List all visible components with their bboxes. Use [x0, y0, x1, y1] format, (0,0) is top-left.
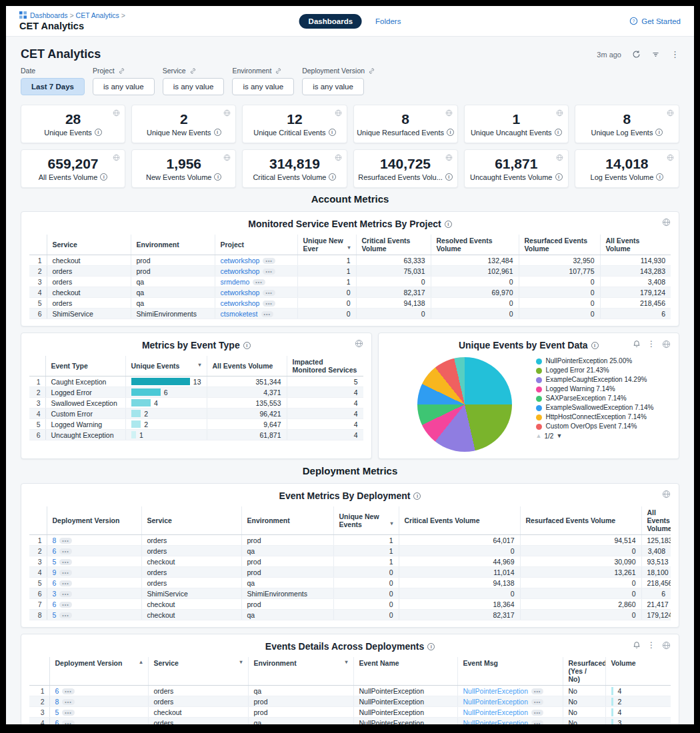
- cell-link[interactable]: 3: [53, 590, 57, 598]
- ellipsis-pill[interactable]: •••: [531, 710, 543, 716]
- ellipsis-pill[interactable]: •••: [59, 538, 71, 544]
- column-header[interactable]: Resurfaced Events Volume: [520, 506, 641, 535]
- cell-link[interactable]: 6: [55, 719, 59, 725]
- column-header[interactable]: All Events Volume: [641, 506, 671, 535]
- column-header[interactable]: Unique Events▾: [125, 356, 207, 376]
- info-icon[interactable]: i: [555, 129, 562, 136]
- breadcrumb-link[interactable]: CET Analytics: [76, 11, 119, 19]
- cell-link[interactable]: cetworkshop: [221, 267, 260, 275]
- column-header[interactable]: Environment: [241, 506, 333, 535]
- ellipsis-pill[interactable]: •••: [263, 290, 275, 296]
- ellipsis-pill[interactable]: •••: [59, 559, 71, 565]
- ellipsis-pill[interactable]: •••: [62, 720, 74, 725]
- column-header[interactable]: Event Msg: [457, 657, 563, 686]
- legend-item[interactable]: SAXParseException 7.14%: [536, 394, 663, 403]
- column-header[interactable]: Unique New Ever▾: [297, 235, 356, 255]
- sort-icon[interactable]: ▾: [345, 659, 347, 665]
- info-icon[interactable]: i: [427, 643, 435, 650]
- ellipsis-pill[interactable]: •••: [62, 688, 74, 694]
- sort-icon[interactable]: ▾: [198, 362, 201, 368]
- globe-icon[interactable]: [556, 109, 563, 117]
- globe-icon[interactable]: [445, 154, 453, 161]
- tab-dashboards[interactable]: Dashboards: [299, 14, 362, 29]
- column-header[interactable]: Service: [47, 235, 131, 255]
- column-header[interactable]: Critical Events Volume: [399, 506, 520, 535]
- ellipsis-pill[interactable]: •••: [253, 279, 265, 285]
- column-header[interactable]: Volume: [605, 657, 671, 686]
- legend-item[interactable]: Logged Error 21.43%: [536, 366, 663, 375]
- cell-link[interactable]: NullPointerException: [463, 708, 528, 716]
- filter-value-chip[interactable]: is any value: [232, 78, 294, 95]
- ellipsis-pill[interactable]: •••: [59, 591, 71, 597]
- filter-value-chip[interactable]: Last 7 Days: [21, 78, 85, 95]
- cell-link[interactable]: NullPointerException: [463, 687, 528, 695]
- globe-icon[interactable]: [556, 154, 563, 161]
- ellipsis-pill[interactable]: •••: [263, 258, 275, 264]
- column-header[interactable]: Resolved Events Volume: [431, 235, 519, 255]
- filter-value-chip[interactable]: is any value: [302, 78, 364, 95]
- info-icon[interactable]: i: [445, 221, 452, 228]
- column-header[interactable]: Critical Events Volume: [356, 235, 431, 255]
- cell-link[interactable]: 5: [53, 611, 57, 619]
- globe-icon[interactable]: [223, 109, 231, 117]
- info-icon[interactable]: i: [214, 173, 221, 181]
- bell-icon[interactable]: [633, 641, 641, 649]
- column-header[interactable]: Environment: [131, 235, 215, 255]
- cell-link[interactable]: 6: [53, 600, 57, 608]
- info-icon[interactable]: i: [445, 173, 453, 181]
- ellipsis-pill[interactable]: •••: [59, 570, 71, 576]
- column-header[interactable]: Environment▾: [248, 657, 353, 686]
- ellipsis-pill[interactable]: •••: [62, 699, 74, 705]
- info-icon[interactable]: i: [656, 173, 663, 181]
- column-header[interactable]: Service▾: [148, 657, 248, 686]
- legend-item[interactable]: ExampleSwallowedException 7.14%: [536, 404, 663, 412]
- cell-link[interactable]: cetworkshop: [221, 299, 260, 307]
- info-icon[interactable]: i: [555, 173, 563, 181]
- cell-link[interactable]: srmdemo: [221, 278, 250, 286]
- cell-link[interactable]: cetworkshop: [221, 289, 260, 297]
- cell-link[interactable]: 6: [53, 547, 57, 555]
- globe-icon[interactable]: [662, 218, 671, 227]
- refresh-icon[interactable]: [632, 50, 641, 59]
- cell-link[interactable]: 9: [53, 568, 57, 576]
- breadcrumb-link[interactable]: Dashboards: [30, 11, 68, 19]
- sort-icon[interactable]: ▴: [139, 659, 142, 665]
- ellipsis-pill[interactable]: •••: [263, 301, 275, 307]
- legend-item[interactable]: NullPointerException 25.00%: [536, 357, 663, 366]
- cell-link[interactable]: 5: [55, 708, 59, 716]
- column-header[interactable]: Resurfaced Events Volume: [519, 235, 600, 255]
- ellipsis-pill[interactable]: •••: [59, 612, 71, 618]
- info-icon[interactable]: i: [95, 129, 102, 136]
- info-icon[interactable]: i: [655, 129, 663, 136]
- info-icon[interactable]: i: [591, 342, 599, 349]
- globe-icon[interactable]: [662, 340, 671, 349]
- tab-folders[interactable]: Folders: [375, 17, 401, 25]
- cell-link[interactable]: NullPointerException: [463, 698, 528, 706]
- cell-link[interactable]: NullPointerException: [463, 719, 528, 725]
- kebab-menu-icon[interactable]: ⋮: [647, 339, 655, 349]
- column-header[interactable]: Unique New Events▾: [333, 506, 399, 535]
- info-icon[interactable]: i: [243, 342, 251, 349]
- globe-icon[interactable]: [335, 154, 342, 161]
- sort-icon[interactable]: ▾: [347, 245, 350, 251]
- globe-icon[interactable]: [113, 154, 120, 161]
- globe-icon[interactable]: [113, 109, 120, 117]
- ellipsis-pill[interactable]: •••: [531, 720, 543, 725]
- cell-link[interactable]: 8: [55, 698, 59, 706]
- ellipsis-pill[interactable]: •••: [59, 580, 71, 586]
- legend-page-up-icon[interactable]: ▲: [536, 432, 542, 439]
- globe-icon[interactable]: [662, 641, 671, 650]
- column-header[interactable]: Event Type: [45, 356, 125, 376]
- filter-value-chip[interactable]: is any value: [163, 78, 225, 95]
- ellipsis-pill[interactable]: •••: [531, 699, 543, 705]
- column-header[interactable]: All Events Volume: [600, 235, 671, 255]
- sort-icon[interactable]: ▾: [239, 659, 242, 665]
- info-icon[interactable]: i: [447, 129, 454, 136]
- kebab-menu-icon[interactable]: ⋮: [647, 640, 655, 650]
- globe-icon[interactable]: [662, 490, 671, 498]
- column-header[interactable]: Project: [215, 235, 297, 255]
- globe-icon[interactable]: [667, 109, 674, 117]
- info-icon[interactable]: i: [329, 129, 336, 136]
- column-header[interactable]: All Events Volume: [207, 356, 287, 376]
- globe-icon[interactable]: [335, 109, 342, 117]
